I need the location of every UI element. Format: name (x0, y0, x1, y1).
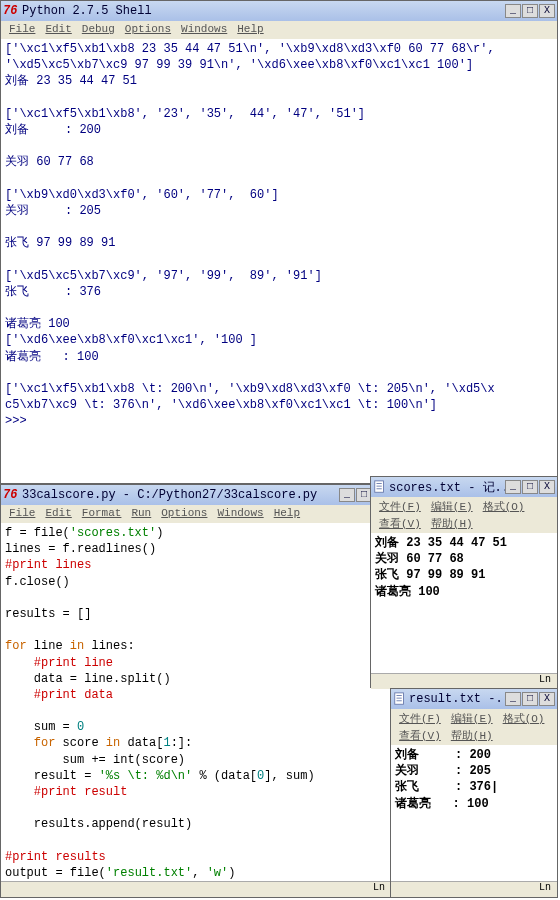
python-icon: 76 (3, 488, 17, 502)
maximize-button[interactable]: □ (522, 4, 538, 18)
menu-help[interactable]: Help (270, 507, 304, 521)
code-editor[interactable]: f = file('scores.txt') lines = f.readlin… (1, 523, 391, 881)
menu-format[interactable]: 格式(O) (479, 499, 529, 514)
menu-edit[interactable]: Edit (41, 23, 75, 37)
minimize-button[interactable]: _ (505, 692, 521, 706)
menu-file[interactable]: File (5, 507, 39, 521)
statusbar: Ln (371, 673, 557, 689)
menu-help[interactable]: 帮助(H) (427, 516, 477, 531)
text-area[interactable]: 刘备 23 35 44 47 51 关羽 60 77 68 张飞 97 99 8… (371, 533, 557, 673)
window-controls: _ □ X (505, 692, 555, 706)
menu-file[interactable]: 文件(F) (395, 711, 445, 726)
menubar: File Edit Format Run Options Windows Hel… (1, 505, 391, 523)
shell-output[interactable]: ['\xc1\xf5\xb1\xb8 23 35 44 47 51\n', '\… (1, 39, 557, 483)
python-shell-window: 76 Python 2.7.5 Shell _ □ X File Edit De… (0, 0, 558, 484)
menubar: 文件(F) 编辑(E) 格式(O) 查看(V) 帮助(H) (391, 709, 557, 745)
titlebar[interactable]: scores.txt - 记... _ □ X (371, 477, 557, 497)
menu-options[interactable]: Options (121, 23, 175, 37)
window-title: result.txt -... (407, 692, 505, 706)
titlebar[interactable]: 76 33calscore.py - C:/Python27/33calscor… (1, 485, 391, 505)
menu-file[interactable]: 文件(F) (375, 499, 425, 514)
menu-file[interactable]: File (5, 23, 39, 37)
minimize-button[interactable]: _ (505, 4, 521, 18)
maximize-button[interactable]: □ (522, 480, 538, 494)
close-button[interactable]: X (539, 4, 555, 18)
menu-view[interactable]: 查看(V) (375, 516, 425, 531)
statusbar: Ln (1, 881, 391, 897)
menu-format[interactable]: 格式(O) (499, 711, 549, 726)
menu-edit[interactable]: 编辑(E) (447, 711, 497, 726)
minimize-button[interactable]: _ (505, 480, 521, 494)
close-button[interactable]: X (539, 480, 555, 494)
minimize-button[interactable]: _ (339, 488, 355, 502)
menu-windows[interactable]: Windows (213, 507, 267, 521)
notepad-icon (393, 692, 407, 706)
menu-help[interactable]: Help (233, 23, 267, 37)
menu-edit[interactable]: 编辑(E) (427, 499, 477, 514)
menu-view[interactable]: 查看(V) (395, 728, 445, 743)
titlebar[interactable]: 76 Python 2.7.5 Shell _ □ X (1, 1, 557, 21)
window-controls: _ □ X (505, 480, 555, 494)
menu-options[interactable]: Options (157, 507, 211, 521)
maximize-button[interactable]: □ (522, 692, 538, 706)
text-area[interactable]: 刘备 : 200 关羽 : 205 张飞 : 376| 诸葛亮 : 100 (391, 745, 557, 881)
menu-edit[interactable]: Edit (41, 507, 75, 521)
menubar: File Edit Debug Options Windows Help (1, 21, 557, 39)
notepad-result-window: result.txt -... _ □ X 文件(F) 编辑(E) 格式(O) … (390, 688, 558, 898)
statusbar: Ln (391, 881, 557, 897)
menu-run[interactable]: Run (127, 507, 155, 521)
notepad-scores-window: scores.txt - 记... _ □ X 文件(F) 编辑(E) 格式(O… (370, 476, 558, 688)
python-icon: 76 (3, 4, 17, 18)
window-title: Python 2.7.5 Shell (20, 4, 505, 18)
close-button[interactable]: X (539, 692, 555, 706)
menu-windows[interactable]: Windows (177, 23, 231, 37)
editor-window: 76 33calscore.py - C:/Python27/33calscor… (0, 484, 392, 898)
menu-format[interactable]: Format (78, 507, 126, 521)
window-title: scores.txt - 记... (387, 479, 505, 496)
menu-help[interactable]: 帮助(H) (447, 728, 497, 743)
titlebar[interactable]: result.txt -... _ □ X (391, 689, 557, 709)
menu-debug[interactable]: Debug (78, 23, 119, 37)
notepad-icon (373, 480, 387, 494)
window-controls: _ □ X (505, 4, 555, 18)
window-title: 33calscore.py - C:/Python27/33calscore.p… (20, 488, 339, 502)
menubar: 文件(F) 编辑(E) 格式(O) 查看(V) 帮助(H) (371, 497, 557, 533)
